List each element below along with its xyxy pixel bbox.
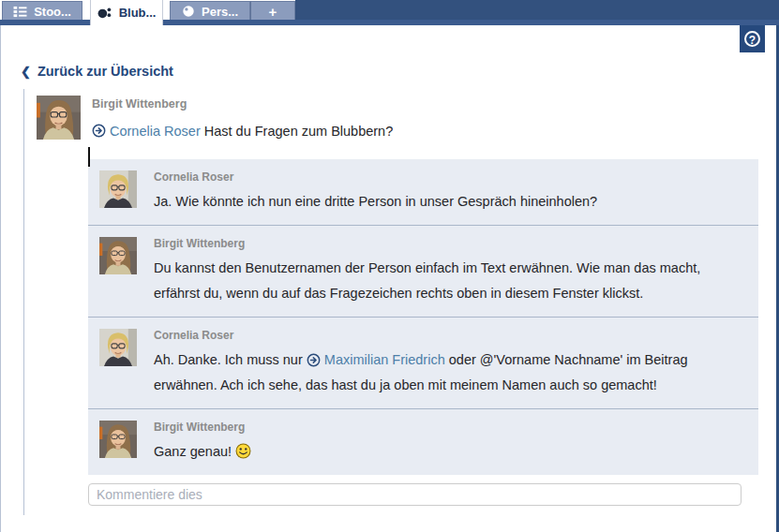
comment-text: Du kannst den Benutzernamen der Person e… (154, 256, 743, 306)
tab-label: Blub... (119, 6, 157, 20)
tab-stoo[interactable]: Stoo... (2, 1, 82, 21)
root-post: Birgit Wittenberg Cornelia Roser Hast du… (24, 89, 776, 140)
text-cursor (88, 147, 90, 167)
avatar-birgit-wittenberg[interactable] (99, 421, 137, 458)
comments-list: Cornelia Roser Ja. Wie könnte ich nun ei… (88, 159, 758, 475)
comment-text: Ganz genau! (154, 439, 251, 465)
author-name: Cornelia Roser (154, 329, 743, 342)
arrow-circle-icon (92, 124, 106, 138)
blubber-panel: ? ❮ Zurück zur Übersicht Birgit Wittenbe… (0, 25, 779, 532)
question-mark-icon: ? (744, 31, 760, 47)
comment-text-span: Ganz genau! (154, 444, 232, 459)
comment-input[interactable] (88, 483, 742, 506)
blubber-dots-icon (97, 7, 112, 20)
avatar-cornelia-roser[interactable] (99, 170, 137, 208)
author-name: Birgit Wittenberg (154, 237, 743, 250)
globe-icon (182, 5, 195, 18)
tab-bar: Stoo... Blub... Pers... + (0, 0, 779, 25)
mention-label: Maximilian Friedrich (324, 347, 445, 373)
mention-label: Cornelia Roser (110, 124, 201, 139)
avatar-cornelia-roser[interactable] (99, 329, 137, 366)
comment-body: Cornelia Roser Ah. Danke. Ich muss nur M… (154, 329, 743, 398)
mention-link-maximilian-friedrich[interactable]: Maximilian Friedrich (307, 347, 445, 373)
help-button[interactable]: ? (740, 25, 765, 52)
comment-text: Ja. Wie könnte ich nun eine dritte Perso… (154, 189, 597, 214)
root-message-text: Hast du Fragen zum Blubbern? (201, 124, 394, 139)
comment-body: Birgit Wittenberg Du kannst den Benutzer… (154, 237, 743, 306)
smiley-emoticon (235, 443, 251, 459)
author-name: Birgit Wittenberg (92, 97, 393, 111)
root-message: Cornelia Roser Hast du Fragen zum Blubbe… (92, 124, 393, 139)
tab-label: Pers... (202, 5, 238, 19)
mention-link-cornelia-roser[interactable]: Cornelia Roser (92, 124, 201, 139)
comment-body: Birgit Wittenberg Ganz genau! (154, 421, 251, 465)
avatar-birgit-wittenberg[interactable] (37, 96, 81, 140)
comment-text-before: Ah. Danke. Ich muss nur (154, 352, 307, 367)
comment-body: Cornelia Roser Ja. Wie könnte ich nun ei… (154, 170, 597, 214)
arrow-circle-icon (307, 353, 321, 367)
root-post-body: Birgit Wittenberg Cornelia Roser Hast du… (92, 96, 393, 140)
comment-text: Ah. Danke. Ich muss nur Maximilian Fried… (154, 347, 743, 398)
chevron-left-icon: ❮ (21, 65, 31, 79)
back-link-label: Zurück zur Übersicht (37, 64, 173, 79)
comment: Cornelia Roser Ja. Wie könnte ich nun ei… (88, 159, 758, 225)
comment: Birgit Wittenberg Du kannst den Benutzer… (88, 225, 758, 317)
list-icon (13, 6, 27, 18)
tab-label: Stoo... (34, 5, 71, 19)
blubber-thread: Birgit Wittenberg Cornelia Roser Hast du… (23, 89, 776, 515)
comment: Birgit Wittenberg Ganz genau! (88, 408, 758, 475)
avatar-birgit-wittenberg[interactable] (99, 237, 137, 274)
plus-icon: + (269, 4, 277, 20)
app-window: Stoo... Blub... Pers... + ? ❮ Zurück zur… (0, 0, 779, 532)
author-name: Cornelia Roser (154, 170, 597, 184)
back-link[interactable]: ❮ Zurück zur Übersicht (21, 64, 173, 79)
tab-blubber[interactable]: Blub... (90, 0, 163, 25)
tab-new[interactable]: + (250, 1, 295, 21)
comment: Cornelia Roser Ah. Danke. Ich muss nur M… (88, 317, 758, 408)
author-name: Birgit Wittenberg (154, 421, 251, 434)
tab-pers[interactable]: Pers... (170, 1, 250, 21)
